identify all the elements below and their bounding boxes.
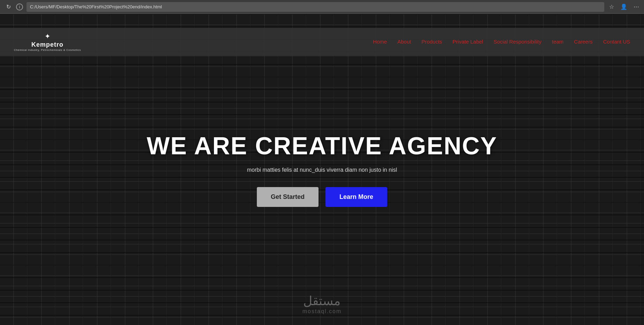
nav-item-about[interactable]: About: [397, 39, 411, 45]
nav-item-contact[interactable]: Contant US: [603, 39, 630, 45]
logo[interactable]: ✦ Kempetro Chemical Industry, Petrochemi…: [14, 32, 81, 52]
nav-item-careers[interactable]: Careers: [574, 39, 592, 45]
bookmark-icon[interactable]: ☆: [608, 2, 615, 11]
watermark: مستقل mostaql.com: [302, 294, 342, 315]
nav-item-products[interactable]: Products: [421, 39, 442, 45]
nav-item-social-responsibility[interactable]: Social Responsibility: [493, 39, 542, 45]
navbar: ✦ Kempetro Chemical Industry, Petrochemi…: [0, 28, 644, 56]
nav-item-team[interactable]: team: [552, 39, 564, 45]
hero-subtitle: morbi matties felis at nunc_duis viverra…: [147, 167, 497, 173]
get-started-button[interactable]: Get Started: [257, 187, 319, 207]
nav-link-home[interactable]: Home: [373, 39, 387, 45]
nav-link-private-label[interactable]: Private Label: [453, 39, 483, 45]
nav-link-team[interactable]: team: [552, 39, 564, 45]
nav-link-products[interactable]: Products: [421, 39, 442, 45]
hero-buttons: Get Started Learn More: [147, 187, 497, 207]
nav-link-about[interactable]: About: [397, 39, 411, 45]
browser-controls: ↻ i: [3, 2, 23, 12]
logo-tagline: Chemical Industry, Petrochemicals & Cosm…: [14, 48, 81, 52]
logo-brand: Kempetro: [31, 41, 63, 48]
address-bar[interactable]: C:/Users/MF/Desktop/The%20First%20Projec…: [26, 2, 604, 12]
watermark-arabic-text: مستقل: [302, 294, 342, 308]
info-button[interactable]: i: [16, 3, 23, 10]
browser-chrome: ↻ i C:/Users/MF/Desktop/The%20First%20Pr…: [0, 0, 644, 14]
nav-link-careers[interactable]: Careers: [574, 39, 592, 45]
nav-item-home[interactable]: Home: [373, 39, 387, 45]
hero-section: ✦ Kempetro Chemical Industry, Petrochemi…: [0, 14, 644, 325]
nav-link-contact[interactable]: Contant US: [603, 39, 630, 45]
nav-item-private-label[interactable]: Private Label: [453, 39, 483, 45]
watermark-url: mostaql.com: [302, 308, 342, 315]
nav-link-social-responsibility[interactable]: Social Responsibility: [493, 39, 542, 45]
url-text: C:/Users/MF/Desktop/The%20First%20Projec…: [30, 4, 162, 9]
learn-more-button[interactable]: Learn More: [325, 187, 387, 207]
hero-content: WE ARE CREATIVE AGENCY morbi matties fel…: [147, 132, 497, 207]
browser-actions: ☆ 👤 ⋯: [608, 2, 641, 11]
nav-links: Home About Products Private Label Social…: [373, 39, 630, 45]
profile-icon[interactable]: 👤: [619, 2, 629, 11]
hero-title: WE ARE CREATIVE AGENCY: [147, 132, 497, 160]
logo-icon: ✦: [45, 32, 51, 40]
browser-menu-icon[interactable]: ⋯: [632, 2, 641, 11]
refresh-button[interactable]: ↻: [3, 2, 13, 12]
